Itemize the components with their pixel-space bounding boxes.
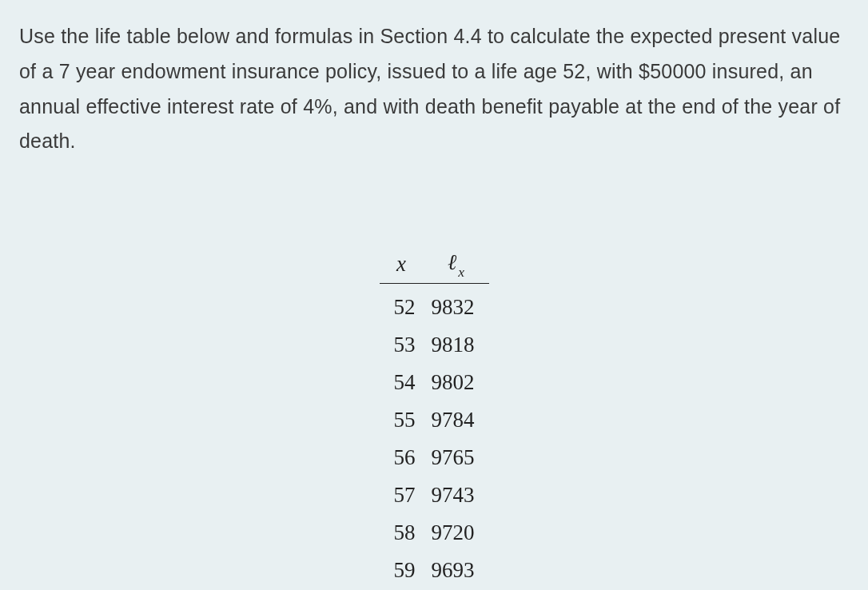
cell-x: 56 [380,439,424,476]
cell-lx: 9743 [424,476,489,514]
table-body: 52 9832 53 9818 54 9802 55 9784 56 9765 … [380,284,489,590]
question-text: Use the life table below and formulas in… [19,19,849,159]
cell-x: 57 [380,476,424,514]
cell-lx: 9818 [424,326,489,364]
cell-lx: 9720 [424,514,489,552]
table-row: 56 9765 [380,439,489,476]
column-header-lx: ℓx [424,247,489,284]
cell-lx: 9765 [424,439,489,476]
table-row: 53 9818 [380,326,489,364]
table-row: 58 9720 [380,514,489,552]
table-row: 57 9743 [380,476,489,514]
column-header-x: x [380,247,424,284]
table-row: 59 9693 [380,552,489,589]
table-row: 52 9832 [380,284,489,327]
life-table: x ℓx 52 9832 53 9818 54 9802 [380,247,489,589]
table-header-row: x ℓx [380,247,489,284]
table-row: 54 9802 [380,364,489,401]
lx-script-letter: ℓ [448,250,456,274]
cell-x: 58 [380,514,424,552]
cell-x: 52 [380,284,424,327]
cell-lx: 9693 [424,552,489,589]
life-table-container: x ℓx 52 9832 53 9818 54 9802 [19,247,849,589]
cell-x: 54 [380,364,424,401]
lx-subscript: x [458,264,464,280]
cell-lx: 9832 [424,284,489,327]
cell-lx: 9802 [424,364,489,401]
table-row: 55 9784 [380,401,489,439]
cell-x: 53 [380,326,424,364]
cell-x: 55 [380,401,424,439]
cell-x: 59 [380,552,424,589]
cell-lx: 9784 [424,401,489,439]
